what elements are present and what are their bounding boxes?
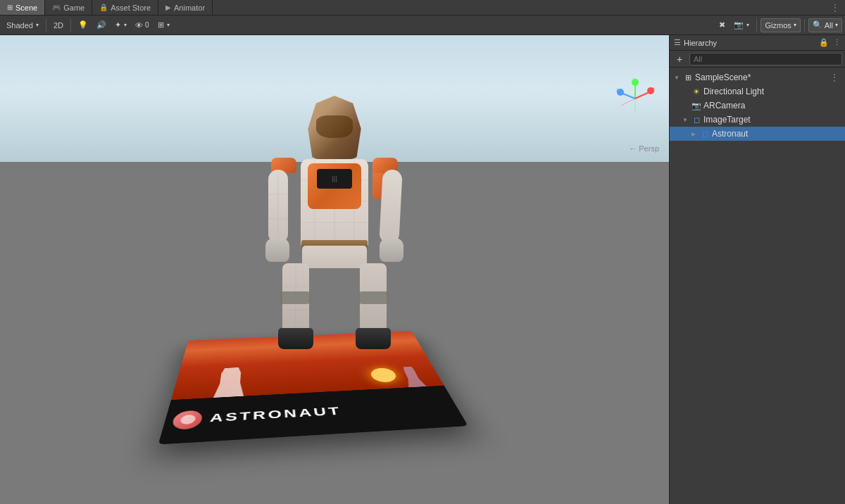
poster-logo-inner bbox=[179, 415, 196, 425]
boot-left bbox=[278, 328, 313, 349]
expand-directional-light bbox=[681, 87, 689, 96]
light-icon: 💡 bbox=[78, 20, 88, 30]
sound-icon: 🔊 bbox=[96, 20, 106, 30]
expand-astronaut: ▶ bbox=[689, 130, 698, 138]
astronaut-visor bbox=[316, 115, 353, 138]
icon-astronaut: ◻ bbox=[699, 128, 711, 139]
hidden-btn[interactable]: 👁 0 bbox=[132, 18, 153, 33]
hidden-icon: 👁 bbox=[135, 21, 143, 30]
knee-pad-right bbox=[358, 291, 389, 304]
asset-store-tab-icon: 🔒 bbox=[99, 4, 108, 11]
icon-ar-camera: 📷 bbox=[691, 100, 702, 111]
hierarchy-header-actions: 🔒 ⋮ bbox=[819, 38, 841, 47]
axis-gizmo-svg: Y X Z bbox=[614, 77, 656, 120]
game-tab-label: Game bbox=[63, 4, 84, 12]
chest-display: ||| bbox=[317, 169, 352, 189]
toolbar-sep-3 bbox=[756, 19, 757, 32]
gizmos-dropdown[interactable]: Gizmos bbox=[760, 18, 800, 32]
2d-label: 2D bbox=[54, 21, 63, 30]
all-label: All bbox=[825, 21, 833, 30]
toolbar-sep-4 bbox=[804, 19, 805, 32]
camera-icon: 📷 bbox=[734, 20, 744, 30]
hierarchy-dots-icon[interactable]: ⋮ bbox=[833, 38, 841, 47]
boot-right bbox=[356, 328, 391, 349]
tree-item-ar-camera[interactable]: 📷 ARCamera bbox=[670, 99, 845, 113]
knee-pad-left bbox=[280, 291, 311, 304]
all-dropdown[interactable]: 🔍 All bbox=[808, 18, 842, 32]
tab-game[interactable]: 🎮 Game bbox=[45, 0, 92, 15]
astronaut-chest-plate: ||| bbox=[308, 163, 361, 209]
arm-left-lines bbox=[268, 170, 288, 244]
grid-icon: ⊞ bbox=[158, 20, 164, 30]
icon-sample-scene: ⊞ bbox=[682, 72, 694, 83]
hierarchy-header-icon: ☰ bbox=[674, 38, 681, 47]
label-sample-scene: SampleScene* bbox=[695, 73, 751, 82]
asset-store-tab-label: Asset Store bbox=[111, 4, 151, 12]
tab-more-dots[interactable]: ⋮ bbox=[825, 3, 845, 13]
label-directional-light: Directional Light bbox=[703, 87, 764, 96]
hierarchy-title: Hierarchy bbox=[684, 39, 816, 47]
expand-sample-scene: ▼ bbox=[672, 73, 681, 82]
main-content: ASTRONAUT bbox=[0, 35, 845, 504]
tab-asset-store[interactable]: 🔒 Asset Store bbox=[92, 0, 158, 15]
dots-sample-scene[interactable]: ⋮ bbox=[827, 72, 842, 83]
2d-btn[interactable]: 2D bbox=[50, 18, 67, 33]
all-search-icon: 🔍 bbox=[813, 20, 822, 30]
tree-item-astronaut[interactable]: ▶ ◻ Astronaut bbox=[670, 127, 845, 141]
shaded-dropdown-btn[interactable]: Shaded bbox=[3, 18, 42, 33]
effects-btn[interactable]: ✦ bbox=[111, 18, 130, 33]
tab-scene[interactable]: ⊞ Scene bbox=[0, 0, 45, 15]
hierarchy-add-btn[interactable]: + bbox=[672, 53, 687, 65]
astronaut-figure: ||| bbox=[264, 96, 405, 363]
poster-astronaut-silhouette bbox=[213, 367, 246, 398]
shaded-label: Shaded bbox=[6, 21, 33, 30]
tree-item-image-target[interactable]: ▼ ◻ ImageTarget bbox=[670, 113, 845, 127]
toolbar-sep-2 bbox=[70, 19, 71, 32]
hierarchy-panel: ☰ Hierarchy 🔒 ⋮ + ▼ ⊞ SampleScene* ⋮ bbox=[669, 35, 845, 504]
chest-display-text: ||| bbox=[332, 175, 337, 182]
scene-toolbar: Shaded 2D 💡 🔊 ✦ 👁 0 ⊞ ✖ 📷 Gizmos 🔍 All bbox=[0, 15, 845, 35]
tab-animator[interactable]: ▶ Animator bbox=[158, 0, 213, 15]
scene-viewport[interactable]: ASTRONAUT bbox=[0, 35, 669, 504]
expand-ar-camera bbox=[681, 101, 689, 110]
sound-btn[interactable]: 🔊 bbox=[93, 18, 110, 33]
arm-right bbox=[379, 169, 402, 244]
camera-btn[interactable]: 📷 bbox=[730, 18, 753, 33]
grid-btn[interactable]: ⊞ bbox=[154, 18, 173, 33]
hierarchy-header: ☰ Hierarchy 🔒 ⋮ bbox=[670, 35, 845, 51]
effects-icon: ✦ bbox=[115, 20, 121, 30]
glove-right bbox=[380, 238, 403, 262]
light-btn[interactable]: 💡 bbox=[75, 18, 92, 33]
expand-image-target: ▼ bbox=[681, 115, 689, 124]
glove-left bbox=[265, 238, 289, 262]
label-image-target: ImageTarget bbox=[703, 115, 751, 125]
svg-line-22 bbox=[621, 99, 635, 106]
gizmos-label: Gizmos bbox=[765, 21, 791, 30]
tree-item-directional-light[interactable]: ☀ Directional Light bbox=[670, 84, 845, 99]
svg-text:Z: Z bbox=[616, 88, 619, 92]
poster-title: ASTRONAUT bbox=[209, 405, 343, 425]
game-tab-icon: 🎮 bbox=[52, 4, 61, 11]
svg-text:X: X bbox=[652, 87, 655, 91]
icon-image-target: ◻ bbox=[691, 114, 702, 125]
top-tab-bar: ⊞ Scene 🎮 Game 🔒 Asset Store ▶ Animator … bbox=[0, 0, 845, 15]
poster-logo-circle bbox=[171, 410, 204, 429]
axis-gizmo[interactable]: Y X Z bbox=[614, 77, 656, 120]
label-astronaut: Astronaut bbox=[712, 129, 748, 139]
hierarchy-lock-icon[interactable]: 🔒 bbox=[819, 38, 829, 47]
snap-btn[interactable]: ✖ bbox=[715, 18, 729, 33]
svg-text:Y: Y bbox=[633, 77, 636, 82]
snap-icon: ✖ bbox=[719, 20, 725, 30]
icon-directional-light: ☀ bbox=[691, 86, 702, 97]
tree-item-sample-scene[interactable]: ▼ ⊞ SampleScene* ⋮ bbox=[670, 70, 845, 84]
arm-left bbox=[268, 170, 288, 244]
label-ar-camera: ARCamera bbox=[703, 101, 745, 111]
hierarchy-toolbar: + bbox=[670, 51, 845, 68]
poster-sun bbox=[369, 367, 399, 382]
toolbar-sep-1 bbox=[46, 19, 46, 32]
poster-astronaut2 bbox=[399, 367, 427, 388]
plus-icon: + bbox=[677, 53, 682, 65]
hierarchy-search-input[interactable] bbox=[689, 53, 842, 65]
animator-tab-icon: ▶ bbox=[165, 4, 171, 11]
astronaut-hips bbox=[302, 246, 367, 268]
